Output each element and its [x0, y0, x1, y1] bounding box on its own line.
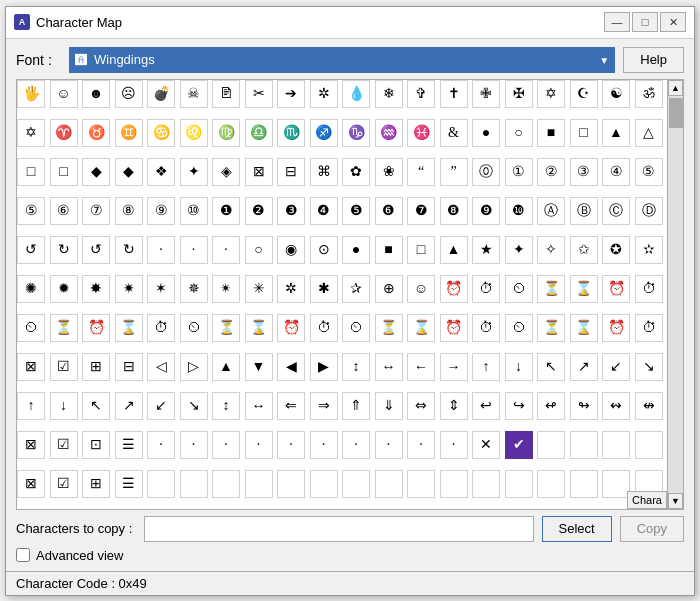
char-cell[interactable]: “	[407, 158, 435, 186]
char-cell[interactable]: ✕	[472, 431, 500, 459]
font-dropdown[interactable]: Wingdings Arial Times New Roman Symbol	[69, 47, 615, 73]
char-cell[interactable]: ↩	[472, 392, 500, 420]
char-cell[interactable]: ·	[375, 431, 403, 459]
char-cell[interactable]: ·	[277, 431, 305, 459]
char-cell[interactable]: □	[407, 236, 435, 264]
char-cell[interactable]: ✹	[50, 275, 78, 303]
char-cell[interactable]: ⊕	[375, 275, 403, 303]
char-cell[interactable]: ⊟	[115, 353, 143, 381]
char-cell[interactable]: ↙	[602, 353, 630, 381]
char-cell[interactable]: ▲	[440, 236, 468, 264]
char-cell[interactable]: 💣	[147, 80, 175, 108]
char-cell[interactable]: ☑	[50, 353, 78, 381]
char-cell[interactable]: △	[635, 119, 663, 147]
char-cell[interactable]: ·	[147, 236, 175, 264]
char-cell[interactable]: ③	[570, 158, 598, 186]
char-cell[interactable]: ◈	[212, 158, 240, 186]
char-cell[interactable]	[537, 470, 565, 498]
char-cell[interactable]: ⑧	[115, 197, 143, 225]
char-cell[interactable]: ⏲	[342, 314, 370, 342]
char-cell[interactable]: ♉	[82, 119, 110, 147]
char-cell[interactable]: ·	[245, 431, 273, 459]
char-cell[interactable]: &	[440, 119, 468, 147]
char-cell[interactable]: ❖	[147, 158, 175, 186]
char-cell[interactable]: ➔	[277, 80, 305, 108]
char-cell[interactable]	[180, 470, 208, 498]
char-cell[interactable]: ↓	[505, 353, 533, 381]
char-cell[interactable]: ⑩	[180, 197, 208, 225]
char-cell[interactable]: ✠	[505, 80, 533, 108]
char-cell[interactable]: ✙	[472, 80, 500, 108]
char-cell[interactable]: ⑨	[147, 197, 175, 225]
char-cell[interactable]: ⏰	[440, 275, 468, 303]
char-cell[interactable]: ⏲	[505, 314, 533, 342]
char-cell[interactable]: ▲	[212, 353, 240, 381]
char-cell[interactable]: ✺	[17, 275, 45, 303]
char-cell[interactable]: ◁	[147, 353, 175, 381]
char-cell[interactable]: ☺	[407, 275, 435, 303]
char-cell[interactable]	[147, 470, 175, 498]
minimize-button[interactable]: —	[604, 12, 630, 32]
char-cell[interactable]: ⊠	[245, 158, 273, 186]
char-cell[interactable]: →	[440, 353, 468, 381]
char-cell[interactable]: ⏲	[180, 314, 208, 342]
char-cell[interactable]: ❾	[472, 197, 500, 225]
char-cell[interactable]: □	[50, 158, 78, 186]
char-cell[interactable]: ⇒	[310, 392, 338, 420]
char-cell[interactable]: ☠	[180, 80, 208, 108]
char-cell[interactable]: ⊠	[17, 470, 45, 498]
char-cell[interactable]: ·	[212, 236, 240, 264]
char-cell[interactable]: ·	[180, 236, 208, 264]
char-cell[interactable]: ◆	[115, 158, 143, 186]
char-cell[interactable]: ✡	[17, 119, 45, 147]
char-cell[interactable]: Ⓒ	[602, 197, 630, 225]
char-cell[interactable]	[375, 470, 403, 498]
char-cell[interactable]: ♋	[147, 119, 175, 147]
char-cell[interactable]: ✷	[115, 275, 143, 303]
char-cell[interactable]: ●	[472, 119, 500, 147]
char-cell[interactable]: ·	[342, 431, 370, 459]
char-cell[interactable]: ·	[180, 431, 208, 459]
char-cell[interactable]	[602, 431, 630, 459]
char-cell[interactable]: ❸	[277, 197, 305, 225]
char-cell[interactable]: ✝	[440, 80, 468, 108]
char-cell[interactable]: ↫	[537, 392, 565, 420]
char-cell[interactable]: ♍	[212, 119, 240, 147]
char-cell[interactable]: ✱	[310, 275, 338, 303]
char-cell[interactable]: ♊	[115, 119, 143, 147]
char-cell[interactable]: ○	[245, 236, 273, 264]
char-cell[interactable]: □	[17, 158, 45, 186]
char-cell[interactable]: ✲	[310, 80, 338, 108]
char-cell[interactable]: ↑	[17, 392, 45, 420]
char-cell[interactable]: ♐	[310, 119, 338, 147]
char-cell[interactable]: ↮	[635, 392, 663, 420]
char-cell[interactable]: ♑	[342, 119, 370, 147]
char-cell[interactable]: ⏱	[310, 314, 338, 342]
char-cell[interactable]: ⏳	[50, 314, 78, 342]
char-cell[interactable]: ▷	[180, 353, 208, 381]
char-cell[interactable]: ☑	[50, 431, 78, 459]
char-cell[interactable]	[310, 470, 338, 498]
char-cell[interactable]: ❺	[342, 197, 370, 225]
char-cell[interactable]: ❄	[375, 80, 403, 108]
char-cell[interactable]: ⓪	[472, 158, 500, 186]
char-cell[interactable]: ↔	[245, 392, 273, 420]
char-cell[interactable]: ✧	[537, 236, 565, 264]
char-cell[interactable]: ❿	[505, 197, 533, 225]
char-cell[interactable]: ⊟	[277, 158, 305, 186]
char-cell[interactable]: ⏱	[147, 314, 175, 342]
char-cell[interactable]: ☻	[82, 80, 110, 108]
char-cell[interactable]: ☰	[115, 470, 143, 498]
char-cell[interactable]: ▲	[602, 119, 630, 147]
char-cell[interactable]: ⏳	[375, 314, 403, 342]
char-cell[interactable]: ④	[602, 158, 630, 186]
char-cell[interactable]	[472, 470, 500, 498]
char-cell[interactable]: ♎	[245, 119, 273, 147]
char-cell[interactable]: ↔	[375, 353, 403, 381]
char-cell[interactable]: ↺	[17, 236, 45, 264]
char-cell[interactable]: ✪	[602, 236, 630, 264]
char-cell[interactable]: ♈	[50, 119, 78, 147]
char-cell[interactable]	[245, 470, 273, 498]
char-cell[interactable]: ✫	[635, 236, 663, 264]
char-cell[interactable]: ▼	[245, 353, 273, 381]
